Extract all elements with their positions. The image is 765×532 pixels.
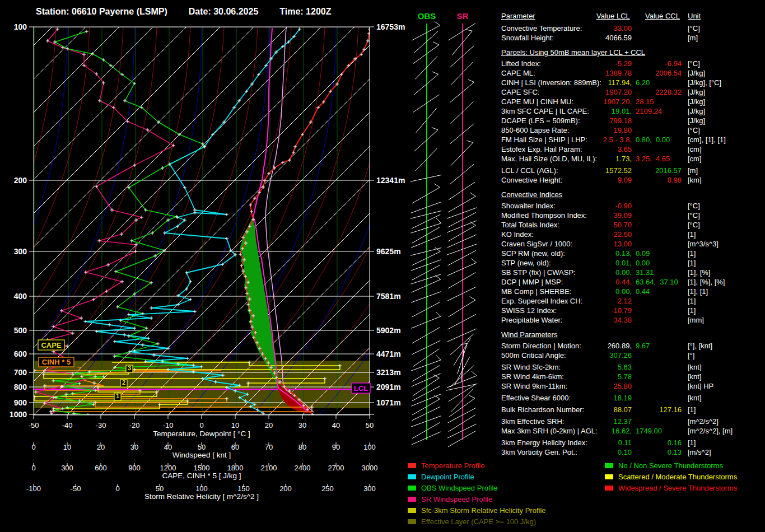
wind-barb bbox=[411, 394, 441, 406]
wind-barb bbox=[414, 130, 438, 151]
wind-barb bbox=[449, 415, 475, 432]
legend-label: Widespread / Severe Thunderstorms bbox=[618, 484, 737, 492]
obs-column-label: OBS bbox=[418, 11, 436, 21]
row-unit: [knt] bbox=[688, 393, 702, 403]
table-header: ParameterValue LCLValue CCLUnit bbox=[501, 11, 763, 24]
isotherm-line bbox=[134, 27, 501, 415]
table-row: Effective Shear 6000:18.19[knt] bbox=[501, 393, 763, 403]
legend-label: Scattered / Moderate Thunderstorms bbox=[618, 473, 737, 481]
table-row: CAPE SFC:1907.202228.32[J/kg] bbox=[501, 87, 763, 97]
axis-tick-label: 250 bbox=[321, 484, 334, 493]
table-row: CAPE ML:1389.782006.54[J/kg] bbox=[501, 68, 763, 78]
row-value-1: 260.89, bbox=[576, 341, 632, 351]
wind-barb bbox=[451, 389, 473, 412]
wind-barb bbox=[450, 164, 474, 185]
table-row: KO Index:-22.50[1] bbox=[501, 230, 763, 239]
row-label: DCP | MMP | MSP: bbox=[501, 277, 563, 287]
wind-barb bbox=[448, 431, 475, 447]
row-value-1: 13.00 bbox=[576, 239, 632, 249]
moist-adiabat-line bbox=[118, 27, 269, 415]
axis-tick-label: 2100 bbox=[261, 464, 277, 472]
table-row: 3km Energy Helicity Index:0.110.16[1] bbox=[501, 438, 763, 447]
wind-barb bbox=[448, 226, 475, 242]
table-row: Exp. Supercell Index CH:2.12[1] bbox=[501, 296, 763, 306]
row-unit: [knt] bbox=[688, 362, 702, 372]
row-label: KO Index: bbox=[501, 230, 534, 239]
row-unit: [°C] bbox=[688, 201, 700, 211]
axis-tick-label: -40 bbox=[62, 421, 73, 430]
row-unit: [1], [%] bbox=[688, 268, 710, 277]
row-unit: [1] bbox=[688, 438, 696, 447]
row-value-1: 5.63 bbox=[576, 362, 632, 372]
axis-tick-label: -30 bbox=[96, 421, 106, 430]
row-label: SR Wind 9km-11km: bbox=[501, 381, 567, 391]
row-label: 500m Critical Angle: bbox=[501, 351, 566, 360]
row-value: 6.20 bbox=[636, 78, 650, 87]
row-unit: [m] bbox=[688, 33, 698, 43]
axis-tick-label: 600 bbox=[95, 464, 107, 472]
pressure-label: 400 bbox=[14, 292, 27, 301]
section-title: Convective Indices bbox=[501, 190, 763, 199]
row-values: 28.15 bbox=[636, 97, 658, 106]
wind-barb-flag bbox=[470, 297, 475, 300]
row-value: 63.64, bbox=[636, 278, 656, 286]
row-label: Bulk Richardson Number: bbox=[501, 405, 584, 414]
row-value-1: 0.13, bbox=[576, 249, 632, 258]
row-unit: [knt] bbox=[688, 372, 702, 381]
row-label: Convective Height: bbox=[501, 175, 562, 185]
row-value-1: 25.80 bbox=[576, 381, 632, 391]
row-values: 3.25,4.65 bbox=[636, 154, 674, 164]
legend-swatch bbox=[605, 474, 613, 479]
row-value-1: 4066.59 bbox=[576, 33, 632, 43]
axis-tick-label: 40 bbox=[164, 443, 172, 451]
wind-barb bbox=[449, 300, 475, 317]
row-value-1: 9.09 bbox=[576, 175, 632, 185]
table-row: Total Totals Index:50.70[°C] bbox=[501, 220, 763, 230]
wind-barb-flag bbox=[435, 21, 440, 25]
annotation-text: LCL bbox=[354, 384, 368, 393]
row-value-1: 0.00, bbox=[576, 287, 632, 296]
moist-adiabat-line bbox=[386, 27, 501, 415]
row-label: Estofex Exp. Hail Param: bbox=[501, 144, 582, 154]
table-row: 500m Critical Angle:307.26[°] bbox=[501, 351, 763, 360]
height-label: 4471m bbox=[376, 349, 401, 358]
row-unit: [cm], [1], [1] bbox=[688, 135, 726, 144]
row-unit: [1] bbox=[688, 230, 696, 239]
pressure-label: 600 bbox=[14, 349, 27, 358]
legend-item: Sfc-3km Storm Relative Helicity Profile bbox=[408, 506, 546, 515]
wind-barb bbox=[447, 208, 477, 218]
wind-barb-flag bbox=[434, 184, 440, 188]
row-value-2: 2016.57 bbox=[636, 166, 682, 175]
sr-windspeed-profile bbox=[36, 29, 174, 413]
table-row: Modified Thompson Index:39.09[°C] bbox=[501, 211, 763, 220]
table-row: Convective Temperature:33.00[°C] bbox=[501, 24, 763, 33]
height-label: 2091m bbox=[376, 382, 401, 391]
table-row: Showalter Index:-0.90[°C] bbox=[501, 201, 763, 211]
wind-barb bbox=[414, 74, 439, 95]
pressure-label: 800 bbox=[14, 382, 27, 391]
row-value-2: 0.13 bbox=[636, 447, 682, 457]
row-value: 28.15 bbox=[636, 97, 654, 106]
sr-column-label: SR bbox=[457, 11, 469, 21]
row-value-1: 799.18 bbox=[576, 116, 632, 125]
axis-tick-label: 50 bbox=[156, 484, 164, 493]
moist-adiabat-line bbox=[50, 27, 202, 415]
wind-barb bbox=[411, 202, 441, 213]
axis-tick-label: 20 bbox=[265, 421, 273, 430]
wind-barb-flag bbox=[435, 275, 440, 279]
row-label: SR Wind 4km-6km: bbox=[501, 372, 564, 381]
table-row: CAPE MU | CINH MU:1907.20,28.15[J/kg] bbox=[501, 97, 763, 106]
wind-barb bbox=[448, 212, 476, 227]
axis-tick-label: -10 bbox=[163, 421, 174, 430]
wind-barb bbox=[411, 223, 441, 234]
axis-tick-label: 1500 bbox=[194, 464, 210, 472]
row-value-1: -10.79 bbox=[576, 306, 632, 315]
axis-tick-label: 10 bbox=[63, 443, 71, 451]
legend-swatch bbox=[408, 463, 416, 468]
wind-barb-flag bbox=[468, 80, 474, 82]
table-header-unit: Unit bbox=[688, 11, 701, 21]
row-value-1: 39.09 bbox=[576, 211, 632, 220]
annotation-3: 3 bbox=[126, 365, 133, 372]
table-row: 850-600 Lapse Rate:19.80[°C] bbox=[501, 125, 763, 135]
sr-wind-column: SR bbox=[446, 11, 478, 447]
